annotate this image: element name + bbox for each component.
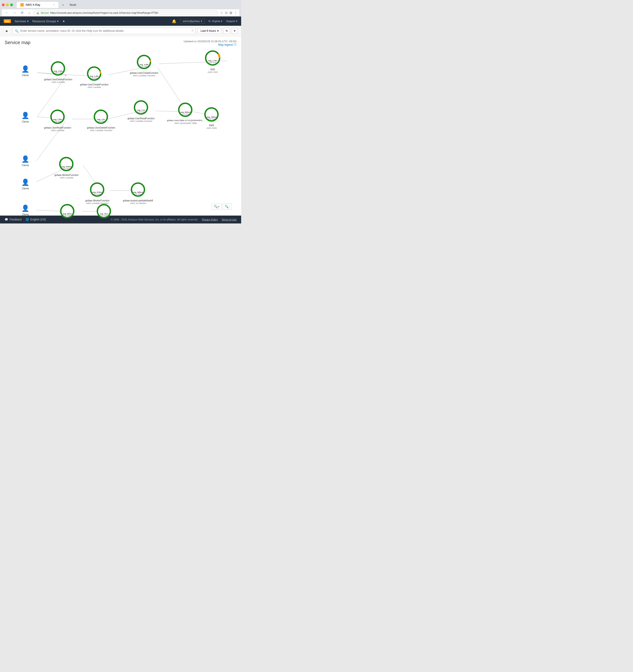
sidebar-toggle-button[interactable]: ▶ (4, 28, 10, 34)
search-input[interactable] (20, 29, 189, 32)
region-button[interactable]: N. Virginia ▾ (208, 20, 223, 23)
browser-tab[interactable]: X AWS X-Ray × (17, 2, 58, 8)
node-bucket[interactable]: avg. 465ms 0.01 t/min gofaas-bucket-aykd… (123, 182, 153, 205)
node-clients1[interactable]: 👤 Clients (21, 65, 29, 77)
node-usercreate1-label: gofaas-UserCreateFunction (80, 83, 108, 86)
region-chevron-icon: ▾ (221, 20, 222, 23)
browser-titlebar: X AWS X-Ray × + Noah (2, 2, 239, 8)
client-icon-2: 👤 (21, 112, 29, 119)
privacy-policy-link[interactable]: Privacy Policy (202, 218, 218, 221)
browser-window: X AWS X-Ray × + Noah ← → ⟳ ⌂ 🔒 Secure ht… (0, 0, 241, 223)
node-userdelete1[interactable]: avg. 1.54s 0.00 t/min gofaas-UserDeleteF… (44, 61, 72, 83)
support-button[interactable]: Support ▾ (226, 20, 237, 23)
node-clients4-label: Clients (22, 187, 29, 190)
time-range-button[interactable]: Last 6 hours ▾ (198, 28, 222, 34)
nav-resource-groups[interactable]: Resource Groups ▾ (32, 20, 59, 23)
node-clients5[interactable]: 👤 Clients (21, 205, 29, 216)
new-tab-button[interactable]: + (60, 2, 66, 8)
node-userread1[interactable]: avg. 1.53s 0.00 t/min gofaas-UserReadFun… (44, 109, 71, 131)
node-workerfunction2[interactable]: avg. 474ms 0.01 t/min gofaas-WorkerFunct… (85, 182, 109, 205)
node-usercreate2-label: gofaas-UserCreateFunction (130, 71, 158, 74)
node-workerfunction1[interactable]: avg. 578ms 0.01 t/min gofaas-WorkerFunct… (54, 157, 79, 179)
node-userstable[interactable]: avg. 563ms 0.01 t/min gofaas-UsersTable-… (167, 102, 204, 124)
client-icon-4: 👤 (21, 178, 29, 186)
zoom-in-button[interactable]: 🔍+ (212, 203, 222, 210)
search-help-icon[interactable]: ? (191, 29, 193, 33)
aws-navigation: aws Services ▾ Resource Groups ▾ ★ 🔔 adm… (0, 17, 241, 26)
globe-icon: 🌐 (26, 218, 29, 221)
service-map-svg-container: 👤 Clients 👤 Clients 👤 Clients 👤 Clients … (5, 49, 236, 212)
node-sns[interactable]: avg. 1.78s 0.00 t/min SNS AWS::SNS (204, 50, 221, 73)
main-content: ▶ 🔍 ? Last 6 hours ▾ ↻ ▾ Service map Upd… (0, 26, 241, 216)
map-legend-link[interactable]: Map legend ⓘ (184, 43, 236, 47)
node-kms[interactable]: avg. 140ms 0.00 t/min KMS AWS::KMS (204, 107, 219, 129)
service-map-header: Service map Updated on 2018/02/25 01:08:… (5, 40, 236, 48)
nav-bookmarks[interactable]: ★ (62, 20, 65, 23)
menu-button[interactable]: ⋮ (234, 11, 237, 15)
browser-chrome: X AWS X-Ray × + Noah ← → ⟳ ⌂ 🔒 Secure ht… (0, 0, 241, 17)
terms-of-use-link[interactable]: Terms of Use (222, 218, 236, 221)
address-input[interactable]: 🔒 Secure https://console.aws.amazon.com/… (33, 10, 218, 15)
reload-button[interactable]: ⟳ (20, 10, 25, 15)
secure-icon: 🔒 (36, 11, 39, 14)
options-button[interactable]: ▾ (232, 28, 237, 34)
maximize-dot[interactable] (10, 3, 13, 6)
node-dashboard2[interactable]: avg. 4ms 0.01 t/min gofaas-DashboardFunc… (90, 204, 118, 223)
node-userread2[interactable]: avg. 1.1s 0.00 t/min gofaas-UserReadFunc… (128, 100, 155, 122)
aws-logo-container: aws (4, 19, 11, 23)
bookmark-button[interactable]: ☆ (220, 11, 223, 15)
node-userdelete2[interactable]: avg. 1.2s 0.00 t/min gofaas-UserDeleteFu… (87, 109, 115, 131)
node-dashboard1[interactable]: avg. 80ms 0.01 t/min gofaas-DashboardFun… (53, 204, 81, 223)
service-map-svg (5, 49, 236, 212)
nav-services[interactable]: Services ▾ (15, 20, 29, 23)
extension-button[interactable]: ⊞ (230, 11, 232, 15)
edge-usercreate2-userstable (158, 68, 184, 107)
home-button[interactable]: ⌂ (27, 10, 31, 15)
tab-favicon: X (20, 3, 24, 6)
node-kms-label: KMS (204, 124, 219, 127)
back-button[interactable]: ← (4, 10, 10, 15)
node-clients3[interactable]: 👤 Clients (21, 155, 29, 167)
service-map-container: Service map Updated on 2018/02/25 01:08:… (0, 36, 241, 216)
zoom-out-button[interactable]: 🔍- (223, 203, 232, 210)
node-userread1-sublabel: AWS::Lambda (44, 129, 71, 131)
language-selector[interactable]: 🌐 English (US) (26, 218, 46, 221)
client-icon-3: 👤 (21, 155, 29, 163)
node-sns-label: SNS (204, 68, 221, 71)
tab-close-button[interactable]: × (53, 4, 55, 6)
node-userread1-label: gofaas-UserReadFunction (44, 126, 71, 129)
user-chevron-icon: ▾ (201, 20, 202, 23)
search-input-wrapper: 🔍 ? (12, 28, 196, 34)
node-clients3-label: Clients (22, 164, 29, 167)
node-usercreate1[interactable]: avg. 1.43s 0.01 t/min gofaas-UserCreateF… (80, 66, 108, 89)
node-usercreate1-sublabel: AWS::Lambda (80, 86, 108, 89)
aws-logo: aws (4, 19, 11, 23)
node-sns-sublabel: AWS::SNS (204, 71, 221, 73)
refresh-button[interactable]: ↻ (224, 28, 230, 34)
node-clients4[interactable]: 👤 Clients (21, 178, 29, 190)
node-userdelete2-label: gofaas-UserDeleteFunction (87, 126, 115, 129)
address-bar: ← → ⟳ ⌂ 🔒 Secure https://console.aws.ama… (2, 9, 239, 17)
node-userdelete1-label: gofaas-UserDeleteFunction (44, 78, 72, 81)
forward-button[interactable]: → (11, 10, 18, 15)
browser-user-name: Noah (70, 3, 76, 6)
node-workerfunction1-sublabel: AWS::Lambda (54, 176, 79, 179)
secure-label: Secure (41, 11, 49, 14)
close-dot[interactable] (2, 3, 5, 6)
feedback-icon: 💬 (5, 218, 8, 221)
node-bucket-sublabel: AWS::S3::Bucket (123, 202, 153, 205)
feedback-button[interactable]: 💬 Feedback (5, 218, 22, 221)
node-usercreate2[interactable]: avg. 1.05s 0.01 t/min gofaas-UserCreateF… (130, 54, 158, 77)
minimize-dot[interactable] (6, 3, 9, 6)
client-icon-1: 👤 (21, 65, 29, 73)
user-menu-button[interactable]: admin@gofaas ▾ (180, 19, 205, 24)
node-userdelete2-sublabel: AWS::Lambda::Function (87, 129, 115, 131)
footer: 💬 Feedback 🌐 English (US) © 2008 - 2018,… (0, 216, 241, 223)
bell-icon[interactable]: 🔔 (172, 19, 176, 23)
node-dashboard2-label: gofaas-DashboardFunction (90, 221, 118, 223)
history-button[interactable]: ⊙ (225, 11, 228, 15)
updated-text: Updated on 2018/02/25 01:08:09 (UTC -08:… (184, 40, 236, 43)
header-right: Updated on 2018/02/25 01:08:09 (UTC -08:… (184, 40, 236, 48)
node-clients2[interactable]: 👤 Clients (21, 112, 29, 123)
tab-title: AWS X-Ray (26, 3, 40, 6)
